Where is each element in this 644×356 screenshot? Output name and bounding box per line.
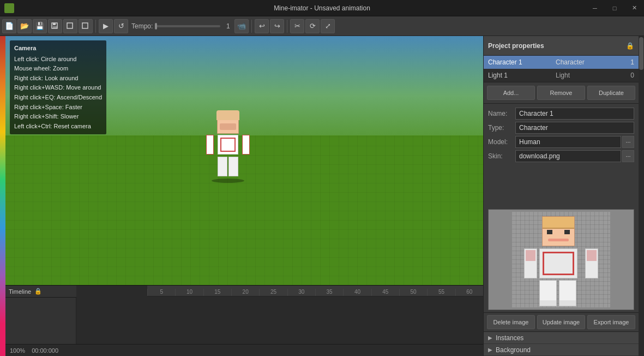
export2-button[interactable] (79, 19, 93, 33)
rotate-tool-button[interactable]: ⟳ (305, 19, 320, 33)
skin-hair (543, 217, 574, 229)
object-num-character1: 1 (623, 58, 634, 66)
refresh-button[interactable]: ↺ (114, 19, 128, 33)
skin-browse-button[interactable]: ··· (622, 150, 634, 162)
left-color-bar (0, 36, 5, 356)
ruler-mark-25: 25 (259, 289, 287, 296)
camera-line-5: Right click+EQ: Ascend/Descend (14, 93, 102, 103)
object-item-light1[interactable]: Light 1 Light 0 (484, 69, 639, 82)
skin-left-arm-detail (526, 250, 535, 261)
object-item-character1[interactable]: Character 1 Character 1 (484, 56, 639, 69)
panel-lock-icon[interactable]: 🔒 (626, 42, 634, 50)
add-button[interactable]: Add... (487, 86, 535, 100)
minimize-button[interactable]: ─ (585, 0, 605, 16)
open-button[interactable]: 📂 (17, 19, 32, 33)
app-icon (4, 3, 14, 13)
timeline-lock-icon[interactable]: 🔒 (34, 288, 42, 295)
tempo-section: Tempo: 1 (131, 22, 233, 30)
sprite-left-leg (218, 157, 227, 176)
camera-line-6: Right click+Space: Faster (14, 103, 102, 112)
close-button[interactable]: ✕ (624, 0, 644, 16)
svg-rect-4 (82, 23, 88, 28)
object-type-character1: Character (556, 58, 619, 66)
skin-body-detail (543, 252, 574, 275)
skin-property-row: Skin: download.png ··· (488, 150, 634, 163)
camera-line-1: Left click: Circle around (14, 55, 102, 64)
skin-right-arm-detail (587, 250, 597, 261)
ruler-mark-45: 45 (371, 289, 399, 296)
delete-image-button[interactable]: Delete image (487, 315, 535, 329)
play-button[interactable]: ▶ (99, 19, 113, 33)
maximize-button[interactable]: □ (605, 0, 624, 16)
sprite-body-detail (220, 138, 236, 152)
save-button[interactable]: 💾 (33, 19, 47, 33)
timeline-tracks[interactable] (76, 298, 483, 344)
timeline-content (5, 298, 483, 344)
skin-preview-inner (512, 212, 610, 307)
action-buttons: Add... Remove Duplicate (484, 82, 639, 104)
ruler-mark-30: 30 (287, 289, 315, 296)
character-shadow (212, 179, 244, 183)
select-tool-button[interactable]: ✂ (290, 19, 304, 33)
separator-3 (287, 20, 287, 33)
object-name-light1: Light 1 (488, 72, 551, 79)
svg-rect-1 (53, 23, 56, 25)
type-property-row: Type: Character (488, 121, 634, 134)
export-button[interactable] (63, 19, 77, 33)
undo-button[interactable]: ↩ (255, 19, 269, 33)
model-property-row: Model: Human ··· (488, 135, 634, 149)
remove-button[interactable]: Remove (537, 86, 585, 100)
instances-label: Instances (496, 334, 523, 342)
image-buttons: Delete image Update image Export image (484, 312, 639, 331)
save-as-button[interactable] (48, 19, 62, 33)
background-section[interactable]: ▶ Background (484, 344, 639, 356)
camera-line-8: Left click+Ctrl: Reset camera (14, 122, 102, 132)
viewport-container: Camera Left click: Circle around Mouse w… (5, 36, 483, 356)
name-property-value[interactable]: Character 1 (515, 108, 634, 120)
update-image-button[interactable]: Update image (537, 315, 585, 329)
panel-title: Project properties (488, 42, 544, 50)
statusbar: 100% 00:00:000 (5, 344, 483, 356)
ruler-mark-5: 5 (147, 289, 175, 296)
instances-section[interactable]: ▶ Instances (484, 332, 639, 344)
model-property-value[interactable]: Human (515, 136, 621, 148)
ruler-mark-20: 20 (231, 289, 259, 296)
right-area: Project properties 🔒 Character 1 Charact… (483, 36, 644, 356)
tempo-extra-button[interactable]: 📹 (234, 19, 249, 33)
skin-left-eye (547, 230, 552, 234)
ruler-mark-35: 35 (315, 289, 343, 296)
scrollbar-thumb[interactable] (639, 37, 643, 70)
svg-rect-3 (67, 23, 73, 28)
tempo-value: 1 (222, 22, 233, 30)
camera-title: Camera (14, 44, 102, 54)
ruler-mark-15: 15 (203, 289, 231, 296)
tempo-slider[interactable] (155, 25, 220, 27)
toolbar: 📄 📂 💾 ▶ ↺ Tempo: 1 📹 ↩ ↪ ✂ ⟳ ⤢ (0, 16, 644, 36)
body-area: Camera Left click: Circle around Mouse w… (0, 36, 644, 356)
camera-info-overlay: Camera Left click: Circle around Mouse w… (10, 40, 106, 134)
viewport[interactable]: Camera Left click: Circle around Mouse w… (5, 36, 483, 285)
camera-line-3: Right click: Look around (14, 74, 102, 84)
object-list: Character 1 Character 1 Light 1 Light 0 (484, 56, 639, 82)
move-tool-button[interactable]: ⤢ (321, 19, 335, 33)
type-property-value: Character (515, 122, 634, 134)
main-container: 📄 📂 💾 ▶ ↺ Tempo: 1 📹 ↩ ↪ ✂ ⟳ ⤢ (0, 16, 644, 356)
object-name-character1: Character 1 (488, 58, 551, 66)
name-property-label: Name: (488, 110, 515, 117)
redo-button[interactable]: ↪ (270, 19, 284, 33)
skin-property-container: download.png ··· (515, 150, 634, 162)
titlebar: Mine-imator - Unsaved animation ─ □ ✕ (0, 0, 644, 16)
skin-property-value[interactable]: download.png (515, 150, 621, 162)
skin-right-eye (564, 230, 570, 234)
ruler-mark-50: 50 (399, 289, 427, 296)
skin-left-arm (524, 248, 537, 278)
timeline-labels (5, 298, 76, 344)
duplicate-button[interactable]: Duplicate (587, 86, 635, 100)
separator-2 (251, 20, 252, 33)
new-button[interactable]: 📄 (2, 19, 16, 33)
timeline-ruler: 5 10 15 20 25 30 35 40 45 50 55 60 (147, 286, 483, 296)
export-image-button[interactable]: Export image (587, 315, 635, 329)
model-browse-button[interactable]: ··· (622, 136, 634, 148)
right-scrollbar[interactable] (639, 36, 644, 356)
window-title: Mine-imator - Unsaved animation (274, 4, 370, 12)
